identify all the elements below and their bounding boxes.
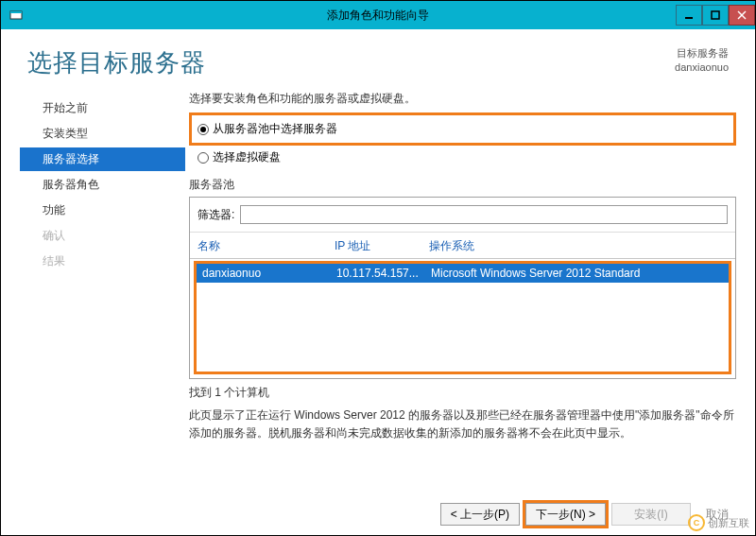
page-description: 此页显示了正在运行 Windows Server 2012 的服务器以及那些已经… xyxy=(189,406,736,442)
found-computers-text: 找到 1 个计算机 xyxy=(189,385,736,401)
col-header-os[interactable]: 操作系统 xyxy=(429,238,728,254)
sidebar-item-features[interactable]: 功能 xyxy=(20,199,185,222)
sidebar-item-server-selection[interactable]: 服务器选择 xyxy=(20,147,185,171)
wizard-sidebar: 开始之前 安装类型 服务器选择 服务器角色 功能 确认 结果 xyxy=(20,91,185,442)
cell-os: Microsoft Windows Server 2012 Standard xyxy=(431,267,723,280)
next-button[interactable]: 下一步(N) > xyxy=(525,503,606,526)
prev-button[interactable]: < 上一步(P) xyxy=(440,503,520,526)
destination-label: 目标服务器 xyxy=(675,46,729,61)
radio-label: 从服务器池中选择服务器 xyxy=(213,121,337,137)
window-title: 添加角色和功能向导 xyxy=(1,1,755,29)
app-icon xyxy=(7,6,26,25)
watermark: C 创新互联 xyxy=(688,514,749,531)
col-header-ip[interactable]: IP 地址 xyxy=(335,238,429,254)
sidebar-item-results: 结果 xyxy=(20,250,185,273)
table-row[interactable]: danxiaonuo 10.117.54.157... Microsoft Wi… xyxy=(197,264,729,283)
svg-rect-1 xyxy=(10,11,22,13)
radio-label: 选择虚拟硬盘 xyxy=(213,149,281,165)
radio-select-from-pool[interactable]: 从服务器池中选择服务器 xyxy=(198,119,728,139)
filter-input[interactable] xyxy=(240,205,728,224)
maximize-button[interactable] xyxy=(702,5,729,26)
watermark-icon: C xyxy=(688,514,705,531)
page-title: 选择目标服务器 xyxy=(27,46,206,79)
radio-icon xyxy=(198,124,209,135)
col-header-name[interactable]: 名称 xyxy=(198,238,335,254)
sidebar-item-before-begin[interactable]: 开始之前 xyxy=(20,96,185,120)
install-button: 安装(I) xyxy=(611,503,691,526)
table-body-highlight: danxiaonuo 10.117.54.157... Microsoft Wi… xyxy=(194,261,731,374)
watermark-text: 创新互联 xyxy=(708,516,749,530)
instruction-text: 选择要安装角色和功能的服务器或虚拟硬盘。 xyxy=(189,91,736,107)
close-button[interactable] xyxy=(729,5,755,26)
radio-group-highlight: 从服务器池中选择服务器 xyxy=(189,112,736,146)
header-destination: 目标服务器 danxiaonuo xyxy=(675,46,729,76)
table-header: 名称 IP 地址 操作系统 xyxy=(190,233,735,259)
titlebar: 添加角色和功能向导 xyxy=(1,1,755,29)
minimize-button[interactable] xyxy=(676,5,702,26)
cell-name: danxiaonuo xyxy=(202,267,336,280)
filter-label: 筛选器: xyxy=(198,207,234,223)
sidebar-item-server-roles[interactable]: 服务器角色 xyxy=(20,173,185,197)
server-pool-panel: 筛选器: 名称 IP 地址 操作系统 danxiaonuo 10.117.54.… xyxy=(189,197,736,379)
svg-rect-3 xyxy=(712,11,719,19)
sidebar-item-install-type[interactable]: 安装类型 xyxy=(20,122,185,146)
destination-value: danxiaonuo xyxy=(675,61,729,75)
radio-icon xyxy=(198,152,209,164)
cell-ip: 10.117.54.157... xyxy=(336,267,431,280)
server-pool-label: 服务器池 xyxy=(189,177,736,193)
sidebar-item-confirm: 确认 xyxy=(20,224,185,248)
radio-select-vhd[interactable]: 选择虚拟硬盘 xyxy=(189,147,736,167)
